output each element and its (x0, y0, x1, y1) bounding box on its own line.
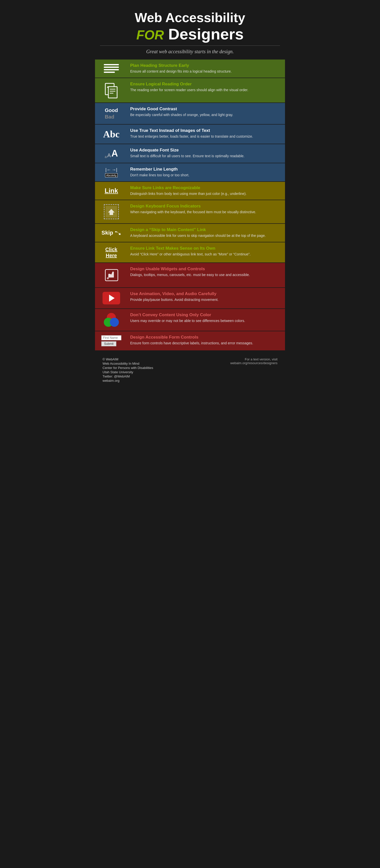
section-icon-form: Submit (95, 331, 128, 350)
section-content-forms: Design Accessible Form Controls Ensure f… (128, 331, 285, 350)
footer-copyright: © WebAIM (103, 358, 153, 361)
line-text-sample: Abcdefg (105, 173, 118, 177)
blue-circle (110, 318, 119, 327)
section-body-text: A keyboard accessible link for users to … (130, 233, 279, 238)
line-arrow: |← →| (105, 167, 117, 173)
section-icon-lines (95, 60, 128, 78)
footer-left: © WebAIM Web Accessibility In Mind Cente… (103, 358, 153, 382)
section-true-text: Abc Use True Text Instead of Images of T… (95, 125, 285, 144)
skip-arrow-icon (114, 229, 121, 236)
title-for: FOR (137, 28, 164, 42)
house-icon (108, 208, 115, 216)
svg-marker-6 (108, 209, 115, 215)
section-content-heading-structure: Plan Heading Structure Early Ensure all … (128, 60, 285, 78)
widget-icon (103, 267, 120, 283)
font-large: A (111, 148, 118, 159)
section-heading-structure: Plan Heading Structure Early Ensure all … (95, 60, 285, 78)
font-medium: A (107, 152, 111, 159)
title-line2: FOR Designers (100, 25, 280, 43)
title-designers: Designers (168, 25, 244, 43)
footer-university: Utah State University (103, 370, 153, 374)
section-content-focus: Design Keyboard Focus Indicators When na… (128, 200, 285, 223)
footer-center: Center for Persons with Disabilities (103, 366, 153, 370)
footer-right: For a text version, visit webaim.org/res… (230, 358, 277, 365)
link-demo: Link (105, 187, 118, 195)
form-submit-demo: Submit (101, 341, 116, 346)
icon-line-1 (104, 64, 119, 65)
footer-twitter: Twitter: @WebAIM (103, 374, 153, 378)
section-icon-abc: Abc (95, 125, 128, 144)
section-heading-text: Provide Good Contrast (130, 106, 279, 112)
lines-icon (104, 64, 119, 73)
section-link-text: ClickHere Ensure Link Text Makes Sense o… (95, 242, 285, 262)
section-body-text: The reading order for screen reader user… (130, 88, 279, 93)
section-line-length: |← →| Abcdefg Remember Line Length Don't… (95, 163, 285, 181)
play-triangle-icon (109, 294, 115, 302)
section-body-text: Ensure all content and design fits into … (130, 69, 279, 74)
section-body-text: Distinguish links from body text using m… (130, 191, 279, 196)
focus-demo (104, 204, 119, 219)
section-body-text: Be especially careful with shades of ora… (130, 113, 279, 118)
header-subtitle: Great web accessibility starts in the de… (100, 45, 280, 55)
abc-icon: Abc (103, 129, 119, 140)
font-small: a (105, 155, 107, 159)
section-heading-text: Use True Text Instead of Images of Text (130, 128, 279, 133)
footer: © WebAIM Web Accessibility In Mind Cente… (95, 352, 285, 388)
section-icon-linelength: |← →| Abcdefg (95, 163, 128, 181)
section-content-font-size: Use Adequate Font Size Small text is dif… (128, 144, 285, 163)
section-body-text: True text enlarges better, loads faster,… (130, 134, 279, 139)
color-circles-icon (104, 313, 119, 327)
section-links: Link Make Sure Links are Recognizable Di… (95, 182, 285, 200)
section-color: Don’t Convey Content Using Only Color Us… (95, 309, 285, 331)
click-here-demo: ClickHere (105, 246, 117, 258)
section-content-link-text: Ensure Link Text Makes Sense on Its Own … (128, 242, 285, 262)
arrow-left: |← (105, 167, 111, 173)
section-body-text: Don't make lines too long or too short. (130, 173, 279, 178)
section-content-skip: Design a “Skip to Main Content” Link A k… (128, 224, 285, 242)
section-heading-text: Design Accessible Form Controls (130, 335, 279, 340)
section-icon-link: Link (95, 182, 128, 200)
section-font-size: a A A Use Adequate Font Size Small text … (95, 144, 285, 163)
section-icon-video (95, 288, 128, 308)
section-content-animation: Use Animation, Video, and Audio Carefull… (128, 288, 285, 308)
contrast-good: Good (105, 107, 118, 114)
section-content-true-text: Use True Text Instead of Images of Text … (128, 125, 285, 144)
section-heading-text: Ensure Link Text Makes Sense on Its Own (130, 246, 279, 251)
svg-point-8 (107, 277, 109, 279)
section-content-color: Don’t Convey Content Using Only Color Us… (128, 309, 285, 331)
section-body-text: Dialogs, tooltips, menus, carousels, etc… (130, 273, 279, 278)
line-length-demo: |← →| Abcdefg (105, 167, 118, 177)
section-heading-text: Plan Heading Structure Early (130, 63, 279, 68)
icon-line-3 (104, 69, 119, 70)
section-body-text: When navigating with the keyboard, the f… (130, 210, 279, 215)
section-content-reading-order: Ensure Logical Reading Order The reading… (128, 78, 285, 102)
section-body-text: Small text is difficult for all users to… (130, 154, 279, 159)
svg-rect-1 (108, 87, 117, 98)
section-widgets: Design Usable Widgets and Controls Dialo… (95, 263, 285, 287)
arrow-right: →| (112, 167, 117, 173)
section-icon-clickhere: ClickHere (95, 242, 128, 262)
header: Web Accessibility FOR Designers Great we… (95, 0, 285, 60)
video-icon (103, 292, 120, 304)
section-body-text: Avoid “Click Here” or other ambiguous li… (130, 252, 279, 257)
title-line1: Web Accessibility (100, 10, 280, 25)
section-forms: Submit Design Accessible Form Controls E… (95, 331, 285, 350)
section-focus: Design Keyboard Focus Indicators When na… (95, 200, 285, 223)
section-content-links: Make Sure Links are Recognizable Disting… (128, 182, 285, 200)
reading-order-icon (103, 82, 120, 98)
contrast-demo: Good Bad (105, 107, 118, 120)
section-animation: Use Animation, Video, and Audio Carefull… (95, 288, 285, 308)
footer-text-url: webaim.org/resources/designers (230, 361, 277, 365)
section-body-text: Provide play/pause buttons. Avoid distra… (130, 298, 279, 302)
section-heading-text: Design a “Skip to Main Content” Link (130, 227, 279, 232)
section-heading-text: Make Sure Links are Recognizable (130, 185, 279, 190)
section-content-contrast: Provide Good Contrast Be especially care… (128, 103, 285, 124)
icon-line-2 (104, 67, 119, 68)
section-icon-focus (95, 200, 128, 223)
footer-text-version: For a text version, visit (230, 358, 277, 361)
section-icon-contrast: Good Bad (95, 103, 128, 124)
section-icon-skip: Skip (95, 224, 128, 242)
form-input-demo (101, 335, 121, 340)
section-reading-order: Ensure Logical Reading Order The reading… (95, 78, 285, 102)
form-demo: Submit (101, 335, 121, 346)
